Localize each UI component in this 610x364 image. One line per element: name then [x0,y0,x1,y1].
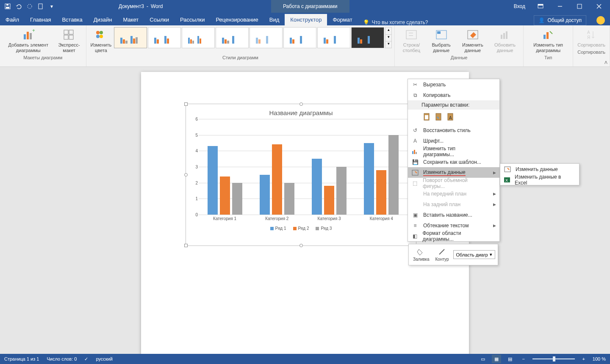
feedback-smiley-icon[interactable] [596,16,605,25]
resize-handle[interactable] [299,102,303,106]
tab-home[interactable]: Главная [25,14,56,25]
resize-handle[interactable] [184,173,188,176]
chart-object[interactable]: Название диаграммы 0123456 Категория 1Ка… [186,104,416,246]
resize-handle[interactable] [184,102,188,106]
mini-outline-button[interactable]: Контур [434,247,451,262]
tab-mailings[interactable]: Рассылки [175,14,210,25]
tab-design[interactable]: Дизайн [88,14,118,25]
style-thumb-5[interactable] [250,27,283,48]
status-language[interactable]: русский [96,356,112,361]
paste-option-2[interactable] [433,111,444,122]
edit-data-icon [411,170,419,176]
chart-styles-gallery[interactable]: ▴ ▾ ▾ [114,27,392,48]
tab-constructor[interactable]: Конструктор [285,14,327,25]
view-print-button[interactable]: ▦ [492,355,501,363]
svg-rect-16 [69,30,73,34]
tab-format[interactable]: Формат [327,14,358,25]
style-thumb-4[interactable] [216,27,249,48]
style-thumb-7[interactable] [317,27,350,48]
chart-title[interactable]: Название диаграммы [186,104,416,119]
undo-button[interactable] [14,1,24,11]
select-data-button[interactable]: Выбрать данные [427,27,456,54]
new-doc-button[interactable] [36,1,46,11]
mini-fill-button[interactable]: Заливка [411,247,431,262]
quick-layout-button[interactable]: Экспресс-макет [55,27,83,54]
ctx-insert-title[interactable]: ▣Вставить название... [408,210,499,220]
svg-rect-67 [436,113,441,120]
ctx-copy[interactable]: ⧉Копировать [408,90,499,100]
ctx-save-template[interactable]: 💾Сохранить как шаблон... [408,157,499,167]
app-name: Word [151,3,163,9]
layouts-group-label: Макеты диаграмм [23,54,62,61]
status-page[interactable]: Страница 1 из 1 [4,356,39,361]
chart-legend[interactable]: Ряд 1Ряд 2Ряд 3 [186,226,416,231]
refresh-icon [498,28,512,41]
ctx-font[interactable]: AШрифт... [408,135,499,146]
maximize-button[interactable] [571,0,588,12]
zoom-in-button[interactable]: + [579,355,588,363]
zoom-out-button[interactable]: − [519,355,528,363]
ctx-paste-header: Параметры вставки: [408,100,499,110]
tell-me-search[interactable]: 💡Что вы хотите сделать? [358,19,433,25]
style-thumb-8[interactable] [351,27,384,48]
ctx-edit-data[interactable]: Изменить данные▶ [408,167,499,178]
change-colors-button[interactable]: Изменить цвета [89,27,114,54]
sort-icon: AЯ [585,28,598,41]
redo-button[interactable] [25,1,35,11]
ctx-format-area[interactable]: ◧Формат области диаграммы... [408,231,499,241]
zoom-level[interactable]: 100 % [593,356,606,361]
styles-scroll-down[interactable]: ▾ [385,34,391,41]
share-button[interactable]: 👤Общий доступ [534,15,586,25]
mini-toolbar: Заливка Контур Область диагр▾ [408,244,498,265]
save-template-icon: 💾 [411,159,419,165]
ctx-cut[interactable]: ✂Вырезать [408,79,499,90]
ctx-change-type[interactable]: Изменить тип диаграммы... [408,146,499,157]
tab-references[interactable]: Ссылки [144,14,175,25]
type-group-label: Тип [544,54,552,61]
ribbon-options-button[interactable] [532,0,549,12]
login-link[interactable]: Вход [510,3,530,9]
chart-plot-area[interactable]: 0123456 [199,119,408,215]
collapse-ribbon-button[interactable]: ᐱ [604,60,607,65]
add-chart-element-button[interactable]: + Добавить элемент диаграммы [3,27,54,54]
svg-rect-39 [225,39,227,44]
svg-text:Я: Я [587,35,590,40]
view-web-button[interactable]: ▤ [505,355,515,363]
ctx-reset-style[interactable]: ↺Восстановить стиль [408,125,499,135]
paste-option-1[interactable] [421,111,432,122]
resize-handle[interactable] [299,244,303,247]
qat-customize[interactable]: ▾ [47,1,57,11]
document-canvas[interactable]: Название диаграммы 0123456 Категория 1Ка… [0,67,610,354]
view-read-button[interactable]: ▭ [478,355,488,363]
resize-handle[interactable] [184,244,188,247]
styles-scroll-up[interactable]: ▴ [385,28,391,34]
style-thumb-2[interactable] [148,27,181,48]
styles-more[interactable]: ▾ [385,41,391,48]
styles-group-label: Стили диаграмм [222,54,258,61]
tab-layout[interactable]: Макет [117,14,144,25]
ribbon-tabs: Файл Главная Вставка Дизайн Макет Ссылки… [0,13,610,25]
close-button[interactable] [591,0,607,12]
zoom-slider[interactable] [532,358,575,359]
status-words[interactable]: Число слов: 0 [47,356,77,361]
svg-rect-4 [39,4,42,9]
paste-option-3[interactable]: A [445,111,455,122]
change-chart-type-button[interactable]: Изменить тип диаграммы [526,27,570,54]
spell-check-icon[interactable]: ✓ [84,356,88,362]
svg-rect-35 [192,41,194,44]
style-thumb-1[interactable] [114,27,147,48]
tab-file[interactable]: Файл [0,14,25,25]
save-button[interactable] [3,1,13,11]
sub-edit-data[interactable]: Изменить данные [500,164,579,174]
tab-review[interactable]: Рецензирование [210,14,263,25]
tab-insert[interactable]: Вставка [56,14,88,25]
mini-area-select[interactable]: Область диагр▾ [453,250,495,259]
sub-edit-excel[interactable]: XИзменить данные в Excel [500,174,579,185]
tab-view[interactable]: Вид [264,14,285,25]
edit-data-button[interactable]: Изменить данные [457,27,488,54]
minimize-button[interactable] [552,0,568,12]
ctx-text-wrap[interactable]: ≡Обтекание текстом▶ [408,220,499,231]
svg-rect-73 [412,170,418,175]
style-thumb-6[interactable] [283,27,316,48]
style-thumb-3[interactable] [182,27,215,48]
